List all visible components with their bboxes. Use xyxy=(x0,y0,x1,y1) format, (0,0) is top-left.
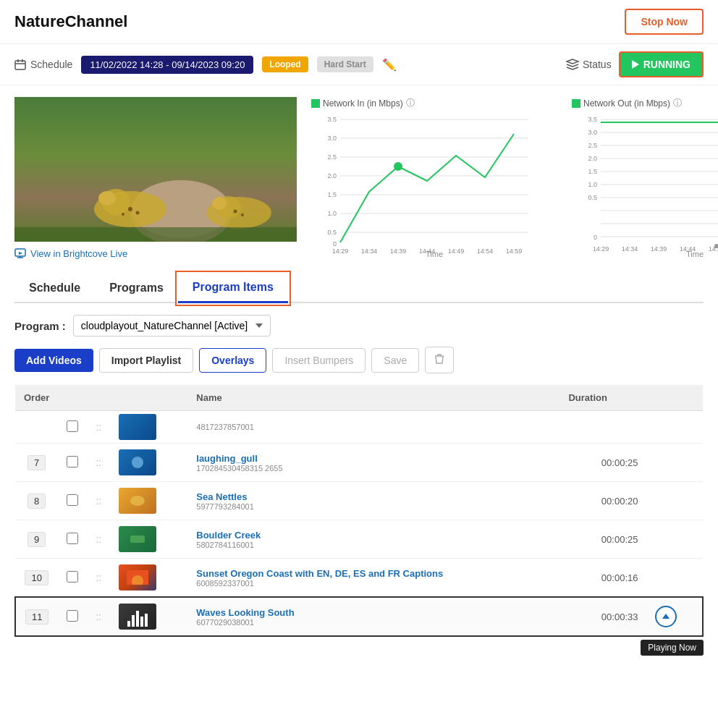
preview-row: View in Brightcove Live Network In (in M… xyxy=(14,97,704,259)
svg-text:2.0: 2.0 xyxy=(327,172,337,179)
delete-button[interactable] xyxy=(425,347,454,373)
calendar-icon xyxy=(14,59,26,70)
row-checkbox-partial[interactable] xyxy=(67,420,78,432)
item-id-11: 6077029038001 xyxy=(196,618,551,627)
row-checkbox-8[interactable] xyxy=(67,494,78,506)
app-title: NatureChannel xyxy=(14,12,127,31)
item-name-11: Waves Looking South xyxy=(196,607,551,618)
svg-text:14:49: 14:49 xyxy=(448,247,465,255)
table-row: 9 :: Boulder Creek 5802784116001 00:00:2… xyxy=(15,520,703,559)
item-name-8: Sea Nettles xyxy=(196,491,551,502)
tabs: Schedule Programs Program Items xyxy=(14,274,704,303)
hard-start-badge: Hard Start xyxy=(317,56,373,72)
status-stack-icon xyxy=(566,59,579,70)
svg-point-15 xyxy=(234,210,237,213)
row-checkbox-7[interactable] xyxy=(67,456,78,467)
col-name: Name xyxy=(187,385,559,411)
svg-text:0: 0 xyxy=(333,240,337,247)
thumb-9 xyxy=(119,526,156,552)
thumb-partial xyxy=(119,414,156,440)
drag-handle-7[interactable]: :: xyxy=(96,457,101,468)
col-actions xyxy=(646,385,703,411)
info-icon-out[interactable]: ⓘ xyxy=(673,97,682,109)
network-in-title: Network In (in Mbps) ⓘ xyxy=(311,97,557,109)
program-select[interactable]: cloudplayout_NatureChannel [Active] xyxy=(73,315,271,337)
insert-bumpers-button[interactable]: Insert Bumpers xyxy=(272,348,366,373)
up-arrow-button-11[interactable] xyxy=(655,606,677,627)
table-row: :: 4817237857001 xyxy=(15,411,703,444)
action-buttons: Add Videos Import Playlist Overlays Inse… xyxy=(14,347,704,373)
table-row: 7 :: laughing_gull 170284530458315 2655 … xyxy=(15,444,703,482)
item-id-9: 5802784116001 xyxy=(196,541,551,549)
drag-handle-9[interactable]: :: xyxy=(96,533,101,545)
edit-icon[interactable]: ✏️ xyxy=(382,58,397,72)
item-id-partial: 4817237857001 xyxy=(196,423,551,431)
table-body: :: 4817237857001 7 :: xyxy=(15,411,703,637)
row-duration-10: 00:00:16 xyxy=(559,559,646,598)
video-preview xyxy=(14,97,297,242)
looped-badge: Looped xyxy=(262,56,308,72)
svg-text:0: 0 xyxy=(594,234,597,241)
svg-text:14:29: 14:29 xyxy=(332,247,349,255)
trash-icon xyxy=(434,353,444,365)
svg-text:0.5: 0.5 xyxy=(327,229,337,236)
svg-text:1.5: 1.5 xyxy=(588,168,597,175)
network-in-svg: 3.5 3.0 2.5 2.0 1.5 1.0 0.5 0 14:29 14:3… xyxy=(311,112,543,257)
svg-point-14 xyxy=(212,197,227,210)
col-drag xyxy=(87,385,110,411)
col-order: Order xyxy=(15,385,58,411)
order-badge-9: 9 xyxy=(28,532,46,547)
svg-rect-84 xyxy=(130,536,145,543)
overlays-button[interactable]: Overlays xyxy=(199,348,266,373)
status-label: Status xyxy=(566,59,612,70)
tab-program-items[interactable]: Program Items xyxy=(178,274,288,303)
svg-text:1.5: 1.5 xyxy=(327,191,337,198)
order-badge-8: 8 xyxy=(28,494,46,509)
network-out-title: Network Out (in Mbps) ⓘ xyxy=(572,97,718,109)
item-id-7: 170284530458315 2655 xyxy=(196,464,551,473)
svg-point-9 xyxy=(128,207,132,211)
preview-section: View in Brightcove Live xyxy=(14,97,297,259)
svg-text:3.5: 3.5 xyxy=(327,116,337,123)
row-checkbox-10[interactable] xyxy=(67,571,78,583)
row-checkbox-9[interactable] xyxy=(67,533,78,544)
drag-handle-11[interactable]: :: xyxy=(96,611,101,622)
drag-handle-partial[interactable]: :: xyxy=(96,421,101,433)
row-duration-partial xyxy=(559,411,646,444)
playlist-table: Order Name Duration :: 4817237857001 xyxy=(14,385,704,637)
running-button[interactable]: RUNNING xyxy=(619,51,704,77)
save-button[interactable]: Save xyxy=(371,348,419,373)
brightcove-icon xyxy=(14,247,26,259)
drag-handle-10[interactable]: :: xyxy=(96,572,101,583)
order-badge-11: 11 xyxy=(25,609,48,625)
schedule-bar: Schedule 11/02/2022 14:28 - 09/14/2023 0… xyxy=(0,44,718,85)
network-in-chart-area: 3.5 3.0 2.5 2.0 1.5 1.0 0.5 0 14:29 14:3… xyxy=(311,112,557,257)
schedule-label-text: Schedule xyxy=(30,59,72,70)
drag-handle-8[interactable]: :: xyxy=(96,495,101,507)
row-duration-11: 00:00:33 xyxy=(559,597,646,636)
svg-text:14:59: 14:59 xyxy=(506,247,523,255)
order-badge-7: 7 xyxy=(28,455,46,470)
thumb-10 xyxy=(119,564,156,591)
status-section: Status RUNNING xyxy=(566,51,704,77)
table-row: 10 :: Sunset Oregon Coast with EN, DE, E… xyxy=(15,559,703,598)
svg-point-82 xyxy=(132,457,143,468)
col-check xyxy=(58,385,87,411)
item-name-7: laughing_gull xyxy=(196,453,551,464)
tab-schedule[interactable]: Schedule xyxy=(14,274,95,302)
stop-now-button[interactable]: Stop Now xyxy=(625,9,704,35)
row-checkbox-11[interactable] xyxy=(67,610,78,622)
info-icon-in[interactable]: ⓘ xyxy=(406,97,415,109)
table-row-playing: 11 :: Waves Lo xyxy=(15,597,703,636)
svg-text:2.5: 2.5 xyxy=(327,153,337,161)
add-videos-button[interactable]: Add Videos xyxy=(14,349,93,372)
svg-text:2.5: 2.5 xyxy=(588,142,597,149)
row-duration-8: 00:00:20 xyxy=(559,482,646,520)
tab-programs[interactable]: Programs xyxy=(95,274,178,302)
import-playlist-button[interactable]: Import Playlist xyxy=(99,348,193,373)
svg-text:14:34: 14:34 xyxy=(622,245,638,253)
view-brightcove-link[interactable]: View in Brightcove Live xyxy=(14,247,297,259)
network-in-chart: Network In (in Mbps) ⓘ 3.5 xyxy=(311,97,557,258)
svg-text:3.5: 3.5 xyxy=(588,116,597,123)
item-id-8: 5977793284001 xyxy=(196,502,551,511)
